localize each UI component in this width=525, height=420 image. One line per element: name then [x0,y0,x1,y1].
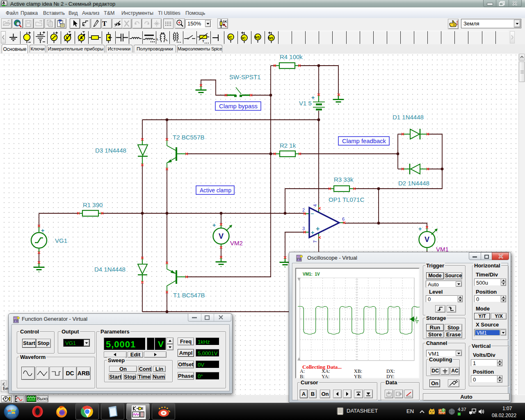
svg-text:+: + [212,222,216,228]
svg-text:T: T [202,39,204,43]
svg-text:R2 1k: R2 1k [280,142,296,149]
svg-text:VG1: VG1 [55,237,67,244]
svg-text:D4 1N4448: D4 1N4448 [94,266,126,273]
svg-text:OP1 TL071C: OP1 TL071C [329,196,364,203]
svg-text:2: 2 [302,208,305,212]
svg-text:V: V [219,232,224,240]
svg-text:L: L [157,38,159,41]
svg-text:R3 33k: R3 33k [334,176,354,183]
svg-text:D2 1N4448: D2 1N4448 [398,180,429,187]
svg-text:V1 5: V1 5 [299,100,312,107]
svg-text:1K: 1K [223,20,227,23]
svg-text:+: + [418,226,422,232]
svg-text:T2 BC557B: T2 BC557B [173,134,205,141]
svg-text:+: + [316,225,320,232]
svg-text:D3 1N4448: D3 1N4448 [95,147,126,154]
svg-text:+: + [311,229,314,236]
svg-text:L: L [166,39,168,41]
svg-text:R1 390: R1 390 [83,201,103,208]
svg-text:V: V [425,235,429,244]
svg-text:+: + [41,227,44,234]
svg-text:Clamp feadback: Clamp feadback [342,137,386,144]
svg-text:4: 4 [313,204,317,207]
svg-text:Clamp bypass: Clamp bypass [219,103,258,110]
svg-text:IC: IC [242,36,246,40]
svg-text:Active clamp: Active clamp [200,187,231,194]
svg-text:M: M [161,32,164,35]
svg-text:6: 6 [342,217,345,221]
svg-text:7: 7 [313,240,317,243]
svg-text:+: + [311,94,315,101]
svg-text:SW-SPST1: SW-SPST1 [229,73,260,80]
svg-text:−: − [310,210,314,217]
svg-text:3: 3 [302,226,305,231]
svg-text:R4 100k: R4 100k [280,54,303,60]
svg-text:IC: IC [228,35,232,39]
svg-text:NS: NS [268,36,274,40]
svg-text:D1 1N4448: D1 1N4448 [393,114,424,121]
svg-text:T1 BC547B: T1 BC547B [173,292,205,299]
svg-text:NS: NS [255,35,260,39]
svg-text:VM2: VM2 [230,240,243,247]
